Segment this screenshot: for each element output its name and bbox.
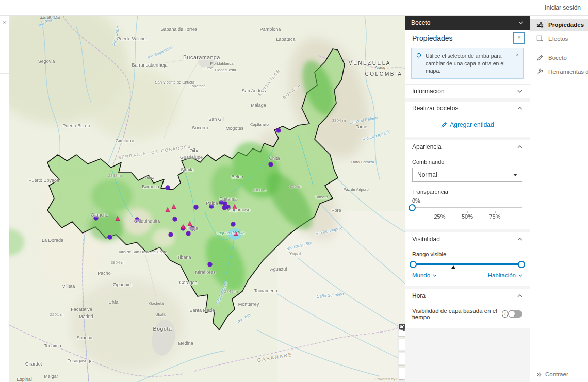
tick-75: 75% [489,213,500,220]
home-button[interactable] [398,367,405,379]
hint-callout: Utilice el selector de arriba para cambi… [411,48,524,79]
sidebar-item-label: Boceto [548,55,567,61]
map-marker-circle[interactable] [209,204,214,208]
time-visibility-label: Visibilidad de capa basada en el tiempo [412,308,499,320]
wrench-icon [536,68,544,75]
home-icon [398,324,405,331]
section-informacion-label: Información [412,88,445,95]
fullscreen-button[interactable] [398,353,405,365]
transparency-slider[interactable]: 0% 25% 50% 75% [412,197,522,222]
tools-sidebar: Propiedades Efectos Boceto Herramientas … [530,15,588,382]
section-apariencia-label: Apariencia [412,143,442,151]
map-marker-circle[interactable] [190,226,194,230]
section-realizar-bocetos-label: Realizar bocetos [412,105,458,112]
layer-selector-label: Boceto [411,19,430,26]
section-realizar-bocetos[interactable]: Realizar bocetos [405,102,530,115]
basemap [9,15,405,382]
map-marker-circle[interactable] [108,235,112,239]
chevron-down-icon [433,274,437,277]
range-min-handle[interactable] [410,261,417,268]
map-marker-circle[interactable] [276,128,281,132]
sidebar-item-label: Efectos [548,36,568,42]
chevron-down-icon [518,21,524,24]
transparency-value: 0% [412,197,522,204]
range-min-select[interactable]: Mundo [412,272,437,278]
transparency-label: Transparencia [412,189,522,195]
map-marker-circle[interactable] [186,231,190,236]
divider [0,106,9,106]
chevron-down-icon [517,90,522,93]
section-visibilidad[interactable]: Visibilidad [405,232,530,246]
properties-panel: Boceto Propiedades × Utilice el selector… [405,15,530,382]
lightbulb-icon [416,53,422,60]
map-marker-circle[interactable] [169,232,173,237]
section-hora[interactable]: Hora [405,289,530,303]
section-hora-label: Hora [412,292,426,300]
map-controls: + − [398,324,405,382]
map-marker-circle[interactable] [208,262,212,267]
layer-selector[interactable]: Boceto [405,15,530,30]
current-scale-marker [451,265,455,269]
tick-50: 50% [462,213,473,220]
add-entity-button[interactable]: Agregar entidad [440,121,494,128]
divider [530,48,588,48]
map-marker-circle[interactable] [223,202,227,206]
map-marker-circle[interactable] [231,222,235,226]
hint-text: Utilice el selector de arriba para cambi… [426,52,511,75]
sidebar-item-herramientas[interactable]: Herramientas de mapa [530,65,588,78]
map-marker-circle[interactable] [135,218,139,222]
panel-title: Propiedades [412,34,453,42]
pencil-icon [440,122,447,128]
chevron-up-icon [517,145,522,148]
map-marker-circle[interactable] [166,186,170,190]
sidebar-item-label: Herramientas de mapa [548,69,588,75]
sidebar-item-boceto[interactable]: Boceto [530,52,588,64]
range-max-select[interactable]: Habitación [488,272,522,278]
map-marker-circle[interactable] [94,216,98,220]
section-informacion[interactable]: Información [405,84,530,98]
blending-label: Combinando [412,159,522,165]
collapse-button[interactable]: Contraer [536,371,568,377]
divider [0,73,9,74]
map-marker-circle[interactable] [173,217,177,221]
left-collapsed-panel[interactable]: × [0,15,9,382]
sidebar-item-propiedades[interactable]: Propiedades [530,19,588,31]
blending-value: Normal [417,171,437,178]
range-max-handle[interactable] [518,261,525,268]
caret-down-icon [513,174,517,176]
map-marker-circle[interactable] [226,205,230,209]
app-header: Iniciar sesión [0,0,588,16]
sliders-icon [536,21,544,28]
pencil-icon [536,54,544,61]
visible-range-slider[interactable] [413,263,521,265]
transparency-slider-handle[interactable] [409,204,416,211]
close-icon[interactable]: × [2,20,7,25]
effects-icon [536,35,544,42]
visible-range-label: Rango visible [412,251,522,257]
header-divider [527,3,527,13]
tick-25: 25% [434,213,445,220]
basemap-button[interactable] [398,338,405,351]
hint-close-icon[interactable]: × [515,52,520,58]
map-canvas[interactable]: ZaragozaSabana de TorresPuerto WilchesPa… [9,15,405,382]
chevron-up-icon [517,238,522,241]
sidebar-item-label: Propiedades [548,22,584,28]
section-apariencia[interactable]: Apariencia [405,140,530,154]
section-visibilidad-label: Visibilidad [412,236,440,243]
double-chevron-right-icon [536,372,542,377]
map-marker-circle[interactable] [194,205,198,209]
chevron-up-icon [517,107,522,110]
blending-select[interactable]: Normal [412,168,522,182]
time-visibility-toggle[interactable] [508,310,522,318]
map-marker-circle[interactable] [269,162,273,167]
sidebar-item-efectos[interactable]: Efectos [530,32,588,45]
sign-in-button[interactable]: Iniciar sesión [545,0,581,15]
chevron-down-icon [518,274,522,277]
panel-close-button[interactable]: × [513,32,525,44]
info-icon[interactable]: i [502,310,508,318]
chevron-up-icon [517,294,522,297]
